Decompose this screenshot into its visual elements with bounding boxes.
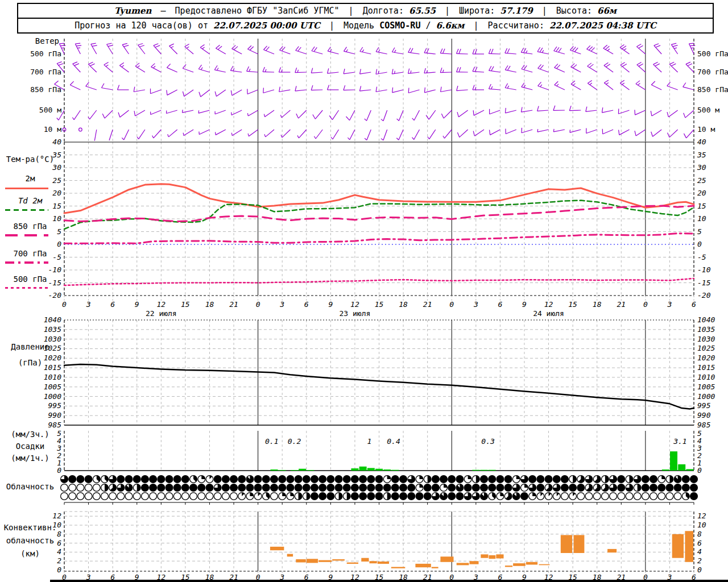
cloud-cover-fill [444,484,447,488]
precip-bar [391,470,399,471]
conv-cloud-box [318,560,332,562]
wind-barb [216,45,226,54]
pressure-tick-label: 1000 [44,392,61,401]
wind-barb [457,49,468,54]
hour-label: 0 [256,300,260,309]
cloud-cover-symbol [142,476,149,483]
pressure-tick-label: 1010 [44,373,61,381]
cloud-cover-symbol [553,476,560,483]
wind-barb [376,69,387,74]
cloud-cover-symbol [117,493,125,500]
cloud-cover-symbol [375,476,383,483]
cloud-cover-symbol [351,484,359,492]
hour-label: 18 [593,300,602,309]
wind-barb [505,48,516,54]
wind-barb [365,110,371,120]
conv-cloud-box [496,554,503,558]
temp-tick-label: 20 [52,189,61,197]
temp-tick-label: -10 [697,265,711,274]
cloud-cover-symbol [545,476,552,483]
wind-barb [554,47,565,54]
wind-barb [408,88,419,93]
conv-cloud-box [391,567,406,568]
pressure-tick-label: 1015 [44,363,61,372]
cloud-cover-symbol [690,484,698,492]
cloud-cover-symbol [166,484,173,492]
conv-cloud-box [513,563,526,566]
precip-bar [375,469,383,471]
conv-tick-label: 8 [697,530,702,538]
cloud-cover-symbol [682,484,689,492]
wind-barb [553,106,565,111]
cloud-cover-symbol [303,476,310,483]
wind-barb [359,86,371,91]
conv-cloud-box [457,563,469,565]
cloud-cover-fill [500,493,503,496]
wind-barb [408,48,420,54]
wind-barb [183,130,193,136]
cloud-cover-symbol [456,493,464,500]
wind-barb [102,110,113,118]
cloud-cover-symbol [287,476,294,483]
wind-level-label: 500 гПа [697,49,728,58]
temp-tick-label: -5 [697,253,706,261]
precip-bar [351,468,358,471]
hour-label: 9 [328,300,333,309]
cloud-cover-symbol [61,493,68,500]
wind-barb [296,110,307,118]
conv-cloud-box [481,554,488,558]
cloud-cover-symbol [481,476,488,483]
cloud-cover-symbol [424,484,431,492]
temp-tick-label: 5 [57,227,61,236]
wind-barb [109,130,113,140]
wind-barb [424,88,435,93]
cloud-cover-symbol [222,476,229,483]
cloud-cover-symbol [674,493,681,500]
cloud-cover-fill [516,476,520,479]
wind-barb [199,130,210,135]
wind-barb [621,63,630,72]
wind-barb [154,44,161,54]
cloud-cover-symbol [166,476,173,483]
precip-bar [678,464,685,471]
wind-barb [684,110,694,118]
wind-barb [553,129,565,132]
wind-barb [473,130,484,136]
cloud-cover-symbol [246,484,254,492]
wind-barb [522,65,532,72]
cloud-cover-symbol [61,484,68,492]
cloud-cover-symbol [497,484,504,492]
precip-tick-label: 1 [697,459,702,467]
conv-tick-label: 10 [52,521,61,529]
conv-cloud-box [270,547,284,550]
precip-tick-label: 1 [57,459,61,467]
wind-level-label: 500 м [39,106,61,114]
cloud-cover-fill [282,493,286,496]
wind-barb [344,85,355,90]
cloud-cover-symbol [577,493,585,500]
wind-level-label: 850 гПа [697,85,728,94]
pressure-tick-label: 1025 [697,344,715,352]
cloud-cover-symbol [77,484,84,492]
precip-tick-label: 5 [697,429,702,438]
cloud-cover-symbol [262,484,270,492]
hour-label: 3 [86,300,91,309]
cloud-cover-symbol [472,484,479,492]
cloud-cover-symbol [117,476,125,483]
precip-tick-label: 4 [57,436,61,445]
wind-barb [118,85,129,90]
cloud-cover-symbol [432,476,439,483]
cloud-cover-symbol [650,476,657,483]
cloud-cover-symbol [561,484,569,492]
cloud-cover-symbol [416,493,423,500]
pressure-tick-label: 990 [48,411,62,419]
cloud-cover-symbol [690,476,698,483]
wind-barb [152,130,162,138]
cloud-cover-symbol [481,484,488,492]
wind-barb [686,62,694,72]
precip-bar [383,469,391,471]
hour-label: 15 [568,300,577,309]
wind-barb [490,109,500,114]
wind-barb [571,81,581,90]
conv-cloud-box [332,559,345,560]
